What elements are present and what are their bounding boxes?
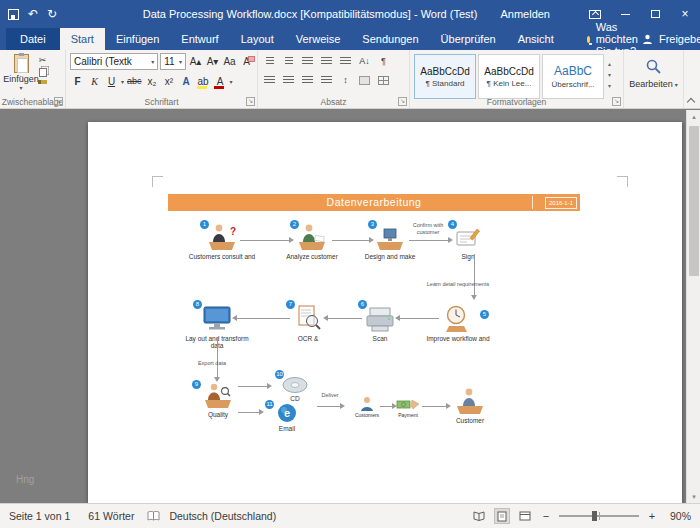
bullets-button[interactable] [261,53,278,69]
proofing-book-icon[interactable] [147,511,160,521]
customer-icon [452,386,488,416]
read-mode-button[interactable] [471,508,487,524]
numbering-button[interactable] [280,53,297,69]
save-icon[interactable] [8,9,19,20]
justify-button[interactable] [318,72,335,88]
outdent-icon [321,57,332,66]
zoom-in-button[interactable]: + [646,510,658,522]
decrease-indent-button[interactable] [318,53,335,69]
group-label-paragraph: Absatz [258,97,409,107]
tab-datei[interactable]: Datei [6,28,60,50]
step-number-badge: 7 [286,300,295,309]
zoom-level[interactable]: 90% [665,510,691,522]
tab-ueberpruefen[interactable]: Überprüfen [430,28,507,50]
flowchart-banner[interactable]: Datenverarbeitung 2016-1-1 [168,194,580,211]
flow-arrow [317,406,341,407]
font-color-button[interactable]: A [213,73,228,89]
align-center-button[interactable] [280,72,297,88]
borders-button[interactable] [375,72,392,88]
font-name-combobox[interactable]: Calibri (Textk ▾ [70,53,158,70]
web-layout-button[interactable] [517,508,533,524]
flow-arrow [238,386,268,387]
multilevel-list-button[interactable] [299,53,316,69]
editing-button[interactable]: Bearbeiten ▾ [629,79,678,89]
show-paragraph-marks-button[interactable]: ¶ [375,53,392,69]
scroll-down-icon[interactable]: ▾ [687,490,700,503]
text-effects-button[interactable]: A [179,73,194,89]
scrollbar-thumb[interactable] [689,126,699,276]
dialog-launcher-icon[interactable]: ↘ [246,97,255,106]
dialog-launcher-icon[interactable]: ↘ [54,97,63,106]
zoom-slider[interactable] [559,515,639,517]
bold-button[interactable]: F [70,73,85,89]
strikethrough-button[interactable]: abc [126,73,143,89]
share-button[interactable]: Freigeben [642,28,700,50]
chevron-down-icon[interactable]: ▾ [121,78,124,85]
chevron-down-icon: ▾ [179,58,182,65]
font-size-combobox[interactable]: 11 ▾ [160,53,186,70]
close-button[interactable]: × [670,0,700,28]
styles-scroll-up-icon[interactable]: ▴ [608,60,611,67]
lightbulb-icon [587,36,590,43]
chevron-down-icon[interactable]: ▾ [230,78,233,85]
cut-icon[interactable]: ✂ [39,56,47,65]
format-painter-icon[interactable] [38,80,47,84]
sort-button[interactable]: A↓ [356,53,373,69]
tell-me-box[interactable]: Was möchten Sie tun? [587,28,642,50]
superscript-button[interactable]: x² [162,73,177,89]
language-indicator[interactable]: Deutsch (Deutschland) [160,510,285,522]
dialog-launcher-icon[interactable]: ↘ [612,97,621,106]
sign-in-link[interactable]: Anmelden [486,0,564,28]
tab-layout[interactable]: Layout [230,28,285,50]
dialog-launcher-icon[interactable]: ↘ [398,97,407,106]
redo-icon[interactable]: ↻ [47,0,57,28]
tab-start[interactable]: Start [60,28,105,50]
flow-node-email[interactable]: 11 e Email [265,402,309,432]
collapse-ribbon-icon[interactable] [687,96,695,104]
styles-more-icon[interactable]: ▾ [608,82,611,89]
print-layout-button[interactable] [494,508,510,524]
styles-scroll-down-icon[interactable]: ▾ [608,71,611,78]
copy-icon[interactable] [39,68,47,77]
quick-access-toolbar: ↶ ↻ [8,0,57,28]
align-right-button[interactable] [299,72,316,88]
highlight-color-button[interactable]: ab [196,73,211,89]
change-case-button[interactable]: Aa [222,54,237,70]
zoom-out-button[interactable]: − [540,510,552,522]
tab-entwurf[interactable]: Entwurf [170,28,229,50]
clear-formatting-button[interactable]: A [239,54,254,70]
align-left-button[interactable] [261,72,278,88]
indent-icon [340,57,351,66]
line-spacing-button[interactable]: ↕ [337,72,354,88]
subscript-button[interactable]: x₂ [145,73,160,89]
tab-sendungen[interactable]: Sendungen [351,28,429,50]
flow-node-scan[interactable]: 6 Scan [346,302,414,342]
underline-button[interactable]: U [104,73,119,89]
word-count[interactable]: 61 Wörter [79,510,143,522]
maximize-button[interactable] [640,0,670,28]
shading-button[interactable] [356,72,373,88]
zoom-slider-thumb[interactable] [592,511,597,521]
flow-node-label: Scan [346,335,414,342]
flow-arrow-down [217,338,218,378]
ribbon: Einfügen ▾ ✂ Zwischenablage ↘ Calibri (T… [0,50,700,109]
flow-node-improve[interactable]: 5 Improve workflow and [424,302,492,342]
vertical-scrollbar[interactable]: ▴ ▾ [686,110,700,503]
tab-einfuegen[interactable]: Einfügen [105,28,170,50]
grow-font-button[interactable]: A▴ [188,54,203,70]
document-page[interactable]: Datenverarbeitung 2016-1-1 1 ? Customers… [88,122,682,503]
shrink-font-button[interactable]: A▾ [205,54,220,70]
scroll-up-icon[interactable]: ▴ [687,110,700,123]
style-standard[interactable]: AaBbCcDd ¶ Standard [414,54,476,99]
paste-button[interactable]: Einfügen ▾ [4,52,38,96]
undo-icon[interactable]: ↶ [28,0,38,28]
search-icon[interactable] [645,58,662,75]
style-no-spacing[interactable]: AaBbCcDd ¶ Kein Lee... [478,54,540,99]
italic-button[interactable]: K [87,73,102,89]
flow-node-ocr[interactable]: 7 OCR & [274,302,342,342]
tab-ansicht[interactable]: Ansicht [507,28,565,50]
page-indicator[interactable]: Seite 1 von 1 [0,510,79,522]
increase-indent-button[interactable] [337,53,354,69]
style-heading1[interactable]: AaBbC Überschrif... [542,54,604,99]
tab-verweise[interactable]: Verweise [285,28,352,50]
